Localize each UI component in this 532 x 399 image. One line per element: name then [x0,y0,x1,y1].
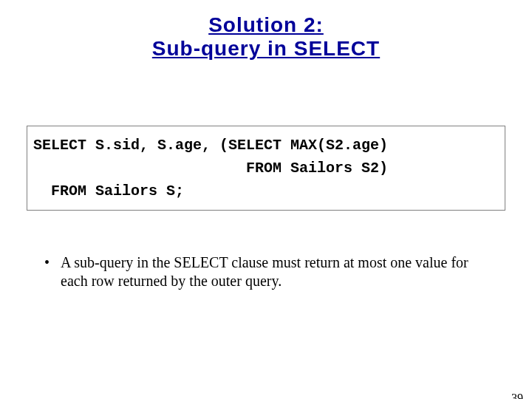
title-line-2: Sub-query in SELECT [152,37,380,60]
sql-code-box: SELECT S.sid, S.age, (SELECT MAX(S2.age)… [27,126,505,211]
code-line-1: SELECT S.sid, S.age, (SELECT MAX(S2.age) [33,137,388,154]
bullet-item: • A sub-query in the SELECT clause must … [44,253,488,290]
title-line-1: Solution 2: [208,13,324,36]
bullet-text: A sub-query in the SELECT clause must re… [61,253,488,290]
bullet-dot-icon: • [44,253,61,290]
slide: Solution 2: Sub-query in SELECT SELECT S… [0,13,532,399]
slide-title: Solution 2: Sub-query in SELECT [0,13,532,61]
code-line-2: FROM Sailors S2) [33,160,388,177]
bullet-list: • A sub-query in the SELECT clause must … [44,253,488,290]
page-number: 39 [511,392,523,399]
code-line-3: FROM Sailors S; [33,183,184,200]
